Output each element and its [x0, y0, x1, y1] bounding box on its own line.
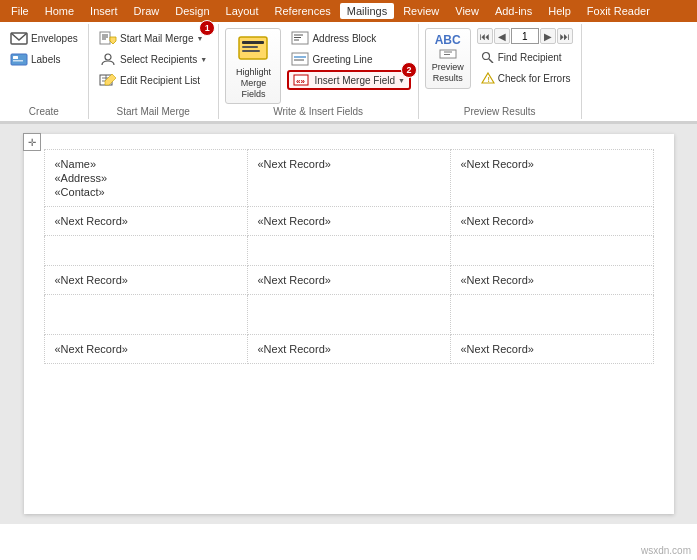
table-cell: «Next Record»	[44, 266, 247, 295]
greeting-line-icon	[291, 52, 309, 66]
first-page-button[interactable]: ⏮	[477, 28, 493, 44]
edit-recipient-list-button[interactable]: Edit Recipient List	[95, 70, 211, 90]
table-row: «Next Record» «Next Record» «Next Record…	[44, 207, 653, 236]
svg-marker-8	[110, 37, 116, 44]
highlight-merge-fields-button[interactable]: Highlight Merge Fields	[225, 28, 281, 104]
svg-rect-2	[13, 56, 18, 59]
table-row	[44, 295, 653, 335]
menu-addins[interactable]: Add-ins	[488, 3, 539, 19]
find-recipient-button[interactable]: Find Recipient	[477, 47, 575, 67]
svg-rect-16	[242, 41, 264, 44]
create-label: Create	[29, 104, 59, 117]
edit-recipients-icon	[99, 73, 117, 87]
merge-field-next-2: «Next Record»	[461, 158, 534, 170]
merge-field-next-8: «Next Record»	[461, 274, 534, 286]
table-cell: «Next Record»	[450, 150, 653, 207]
abc-icon: ABC	[435, 33, 461, 47]
start-merge-buttons: Start Mail Merge ▼ 1 Select Recipients ▼	[95, 28, 211, 104]
menu-references[interactable]: References	[268, 3, 338, 19]
table-cell: «Next Record»	[247, 150, 450, 207]
menu-bar: File Home Insert Draw Design Layout Refe…	[0, 0, 697, 22]
cell-group-1: «Name» «Address» «Contact»	[55, 158, 237, 198]
preview-results-label: Preview Results	[464, 104, 536, 117]
svg-rect-3	[13, 60, 23, 62]
table-cell: «Next Record»	[450, 266, 653, 295]
ribbon: Envelopes Labels Create	[0, 22, 697, 124]
menu-foxit[interactable]: Foxit Reader	[580, 3, 657, 19]
menu-view[interactable]: View	[448, 3, 486, 19]
ribbon-group-start-mail-merge: Start Mail Merge ▼ 1 Select Recipients ▼	[89, 24, 219, 119]
last-page-button[interactable]: ⏭	[557, 28, 573, 44]
address-block-button[interactable]: Address Block	[287, 28, 411, 48]
svg-rect-23	[292, 53, 308, 65]
table-row	[44, 236, 653, 266]
merge-field-next-4: «Next Record»	[258, 215, 331, 227]
watermark: wsxdn.com	[641, 545, 691, 556]
svg-rect-4	[100, 32, 110, 44]
preview-results-button[interactable]: ABC Preview Results	[425, 28, 471, 89]
merge-field-next-3: «Next Record»	[55, 215, 128, 227]
table-cell	[44, 236, 247, 266]
check-errors-icon: !	[481, 72, 495, 84]
table-cell: «Next Record»	[247, 335, 450, 364]
envelope-icon	[10, 31, 28, 45]
menu-draw[interactable]: Draw	[127, 3, 167, 19]
move-handle[interactable]: ✛	[23, 133, 41, 151]
start-merge-chevron: ▼	[196, 35, 203, 42]
start-merge-icon	[99, 31, 117, 45]
table-cell	[247, 236, 450, 266]
insert-field-chevron: ▼	[398, 77, 405, 84]
preview-arrows-icon	[439, 48, 457, 60]
preview-buttons: ABC Preview Results	[425, 28, 575, 104]
start-merge-col: Start Mail Merge ▼ 1 Select Recipients ▼	[95, 28, 211, 90]
merge-field-next-10: «Next Record»	[258, 343, 331, 355]
insert-merge-field-icon: «»	[293, 73, 311, 87]
menu-review[interactable]: Review	[396, 3, 446, 19]
start-mail-merge-button[interactable]: Start Mail Merge ▼ 1	[95, 28, 211, 48]
select-recipients-chevron: ▼	[200, 56, 207, 63]
ribbon-group-create: Envelopes Labels Create	[0, 24, 89, 119]
svg-text:!: !	[487, 76, 489, 83]
table-cell	[450, 236, 653, 266]
menu-mailings[interactable]: Mailings	[340, 3, 394, 19]
menu-design[interactable]: Design	[168, 3, 216, 19]
greeting-line-button[interactable]: Greeting Line	[287, 49, 411, 69]
create-buttons: Envelopes Labels	[6, 28, 82, 104]
menu-help[interactable]: Help	[541, 3, 578, 19]
svg-rect-28	[440, 50, 456, 58]
badge-one: 1	[199, 20, 215, 36]
svg-rect-17	[242, 46, 258, 48]
address-block-icon	[291, 31, 309, 45]
table-cell: «Next Record»	[44, 207, 247, 236]
menu-file[interactable]: File	[4, 3, 36, 19]
ribbon-group-preview-results: ABC Preview Results	[419, 24, 582, 119]
check-for-errors-button[interactable]: ! Check for Errors	[477, 68, 575, 88]
svg-point-31	[482, 53, 489, 60]
write-insert-buttons: Highlight Merge Fields Address Block	[225, 28, 411, 104]
merge-field-next-5: «Next Record»	[461, 215, 534, 227]
svg-marker-14	[105, 74, 116, 85]
table-row: «Next Record» «Next Record» «Next Record…	[44, 335, 653, 364]
svg-line-32	[489, 59, 493, 63]
highlight-fields-icon	[237, 33, 269, 65]
ribbon-content: Envelopes Labels Create	[0, 22, 697, 123]
merge-field-next-9: «Next Record»	[55, 343, 128, 355]
write-insert-label: Write & Insert Fields	[273, 104, 363, 117]
select-recipients-button[interactable]: Select Recipients ▼	[95, 49, 211, 69]
create-col: Envelopes Labels	[6, 28, 82, 69]
prev-page-button[interactable]: ◀	[494, 28, 510, 44]
menu-insert[interactable]: Insert	[83, 3, 125, 19]
next-page-button[interactable]: ▶	[540, 28, 556, 44]
menu-layout[interactable]: Layout	[219, 3, 266, 19]
table-cell	[450, 295, 653, 335]
merge-field-next-7: «Next Record»	[258, 274, 331, 286]
table-cell	[247, 295, 450, 335]
insert-merge-field-button[interactable]: «» Insert Merge Field ▼ 2	[287, 70, 411, 90]
svg-rect-18	[242, 50, 260, 52]
page-number-input[interactable]	[511, 28, 539, 44]
menu-home[interactable]: Home	[38, 3, 81, 19]
badge-two: 2	[401, 62, 417, 78]
table-cell: «Name» «Address» «Contact»	[44, 150, 247, 207]
envelopes-button[interactable]: Envelopes	[6, 28, 82, 48]
labels-button[interactable]: Labels	[6, 49, 82, 69]
